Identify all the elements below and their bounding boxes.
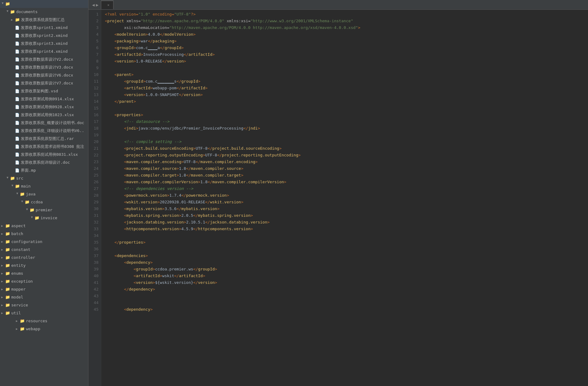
tree-item-file19[interactable]: ▶📄发票收票系统详细设计.doc [0, 159, 88, 166]
file-icon: 📄 [15, 151, 20, 158]
tree-item-file12[interactable]: ▶📄发票收票测试用例0928.xlsx [0, 103, 88, 111]
tab-bar: ◀ ▶ ✕ [88, 0, 588, 10]
tree-item-file17[interactable]: ▶📄发票收票系统需求说明书0308 批注 [0, 143, 88, 151]
file-icon: 📄 [15, 120, 20, 126]
tree-item-enums[interactable]: ▶📁enums [0, 270, 88, 277]
file-icon: 📄 [15, 64, 20, 71]
tree-item-aspect[interactable]: ▶📁aspect [0, 222, 88, 230]
tree-item-label: 发票收票架构图.vsd [21, 88, 58, 95]
tree-item-java[interactable]: ▶📁java [0, 190, 88, 198]
tree-item-file9[interactable]: ▶📄发票收票数据库设计V7.docx [0, 79, 88, 87]
tree-item-label: java [26, 191, 35, 198]
tree-item-constant[interactable]: ▶📁constant [0, 246, 88, 254]
tree-item-util[interactable]: ▶📁util [0, 309, 88, 317]
tree-item-webapp[interactable]: ▶📁webapp [0, 325, 88, 333]
tree-item-file6[interactable]: ▶📄发票收票数据库设计V2.docx [0, 55, 88, 63]
tab-pom-xml[interactable]: ✕ [101, 1, 113, 9]
tree-item-label: service [11, 302, 28, 309]
nav-back[interactable]: ◀ [92, 2, 95, 7]
tree-item-model[interactable]: ▶📁model [0, 293, 88, 301]
tree-item-ccdoa[interactable]: ▶📁ccdoa [0, 198, 88, 206]
tree-item-invoice[interactable]: ▶📁invoice [0, 214, 88, 222]
tree-item-entity[interactable]: ▶📁entity [0, 262, 88, 270]
tree-item-file10[interactable]: ▶📄发票收票架构图.vsd [0, 87, 88, 95]
code-line: <dependencies> [105, 252, 588, 259]
tree-root[interactable]: ▶ 📁 [0, 0, 88, 8]
tree-item-file11[interactable]: ▶📄发票收票测试用例0914.xlsx [0, 95, 88, 103]
line-number: 42 [90, 286, 99, 293]
code-line: <dependency> [105, 259, 588, 266]
code-container[interactable]: 1234567891011121314151617181920212223242… [88, 10, 588, 386]
tree-item-label: 发票收票数据库设计V7.docx [21, 80, 73, 87]
line-number: 9 [90, 65, 99, 71]
chevron-icon: ▶ [9, 185, 16, 188]
line-number: 6 [90, 45, 99, 51]
line-number: 5 [90, 38, 99, 45]
tree-item-main[interactable]: ▶📁main [0, 182, 88, 190]
code-line: <?xml version="1.0" encoding="UTF-8"?> [105, 11, 588, 18]
chevron-icon: ▶ [4, 177, 11, 180]
tree-item-file4[interactable]: ▶📄发票收票sprint3.xmind [0, 40, 88, 48]
chevron-icon: ▶ [1, 294, 4, 301]
tree-item-documents[interactable]: ▶📁documents [0, 8, 88, 16]
chevron-icon: ▶ [16, 318, 19, 324]
tree-item-file3[interactable]: ▶📄发票收票sprint2.xmind [0, 32, 88, 40]
tree-item-premier[interactable]: ▶📁premier [0, 206, 88, 214]
tree-item-label: invoice [41, 215, 57, 221]
line-number: 41 [90, 279, 99, 286]
tree-item-label: enums [11, 270, 23, 277]
tree-item-file15[interactable]: ▶📄发票收票系统_详细设计说明书V6.. [0, 127, 88, 135]
tree-item-mapper[interactable]: ▶📁mapper [0, 285, 88, 293]
code-line: <artifactId>wskit</artifactId> [105, 273, 588, 279]
tree-item-file8[interactable]: ▶📄发票收票数据库设计V6.docx [0, 71, 88, 79]
tree-item-label: main [21, 183, 30, 190]
nav-arrows[interactable]: ◀ ▶ [90, 2, 101, 7]
code-line [105, 132, 588, 138]
tree-item-file14[interactable]: ▶📄发票收票系统_概要设计说明书.doc [0, 119, 88, 127]
tree-item-resources[interactable]: ▶📁resources [0, 317, 88, 325]
tree-item-file1[interactable]: ▶📁发票收票系统原型图汇总 [0, 16, 88, 24]
tree-item-label: 发票收票系统原型图汇总.rar [21, 135, 74, 142]
tree-item-configuration[interactable]: ▶📁configuration [0, 238, 88, 246]
tree-item-batch[interactable]: ▶📁batch [0, 230, 88, 238]
code-line: <groupId>com.c▁▁▁▁▁▁▁s</groupId> [105, 78, 588, 85]
tab-close-button[interactable]: ✕ [107, 3, 109, 7]
tree-item-file16[interactable]: ▶📄发票收票系统原型图汇总.rar [0, 135, 88, 143]
line-number: 13 [90, 91, 99, 98]
tree-item-label: configuration [11, 238, 42, 245]
tree-item-src[interactable]: ▶📁src [0, 174, 88, 182]
tree-item-file20[interactable]: ▶📄界面.mp [0, 166, 88, 174]
code-line: <properties> [105, 112, 588, 118]
line-number: 38 [90, 259, 99, 266]
file-icon: 📄 [15, 112, 20, 118]
line-number: 23 [90, 159, 99, 165]
tree-item-file18[interactable]: ▶📄发票收票系统试用例0831.xlsx [0, 151, 88, 159]
line-number: 16 [90, 112, 99, 118]
nav-forward[interactable]: ▶ [96, 2, 98, 7]
tree-item-file2[interactable]: ▶📄发票收票sprint1.xmind [0, 24, 88, 32]
tree-item-label: 发票收票系统需求说明书0308 批注 [21, 143, 84, 150]
code-line: <httpcomponents.version>4.5.9</httpcompo… [105, 226, 588, 232]
code-line: </parent> [105, 98, 588, 105]
folder-icon: 📁 [5, 254, 10, 261]
code-content[interactable]: <?xml version="1.0" encoding="UTF-8"?><p… [101, 10, 588, 386]
tree-item-service[interactable]: ▶📁service [0, 301, 88, 309]
tree-item-exception[interactable]: ▶📁exception [0, 277, 88, 285]
tree-item-controller[interactable]: ▶📁controller [0, 254, 88, 262]
folder-icon: 📁 [5, 231, 10, 237]
chevron-icon: ▶ [24, 209, 30, 212]
tree-item-label: aspect [11, 223, 26, 229]
line-number: 36 [90, 246, 99, 252]
tree-item-label: mapper [11, 286, 26, 293]
tree-item-file13[interactable]: ▶📄发票收票测试用例1023.xlsx [0, 111, 88, 119]
tree-item-label: 发票收票数据库设计V2.docx [21, 56, 73, 63]
tree-item-file5[interactable]: ▶📄发票收票sprint4.xmind [0, 48, 88, 55]
code-line: <version>1.0.0-SNAPSHOT</version> [105, 91, 588, 98]
tree-item-label: util [11, 310, 21, 316]
line-number: 2 [90, 18, 99, 24]
code-line: </properties> [105, 239, 588, 246]
line-number: 7 [90, 51, 99, 58]
tree-item-file7[interactable]: ▶📄发票收票数据库设计V3.docx [0, 63, 88, 71]
tree-item-label: src [16, 175, 23, 182]
folder-icon: 📁 [5, 286, 10, 293]
